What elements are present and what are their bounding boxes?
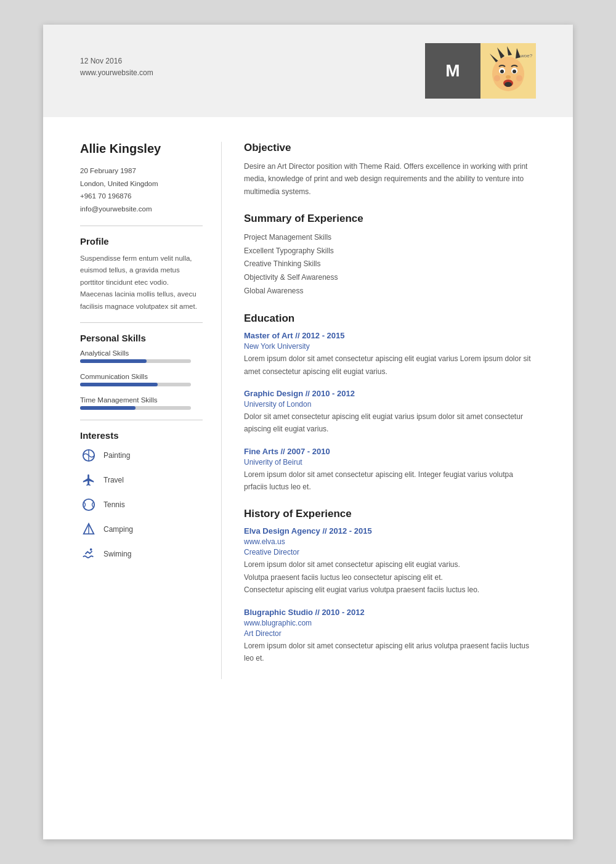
objective-section: Objective Desire an Art Director positio…	[244, 142, 536, 198]
skill-bar-fill-time	[80, 406, 136, 410]
history-title: History of Experience	[244, 508, 536, 520]
interest-swimming: Swiming	[80, 545, 203, 563]
name-section: Allie Kingsley 20 February 1987 London, …	[80, 142, 203, 216]
profile-section: Profile Suspendisse ferm entum velit nul…	[80, 236, 203, 313]
exp-role-1: Creative Director	[244, 548, 536, 556]
summary-item-4: Objectivity & Self Awareness	[244, 271, 536, 285]
summary-item-2: Excellent Typography Skills	[244, 245, 536, 258]
svg-marker-3	[490, 54, 498, 62]
svg-point-13	[516, 75, 522, 81]
header-website: www.yourwebsite.com	[80, 67, 153, 79]
edu-school-3: Univerity of Beirut	[244, 458, 536, 467]
objective-text: Desire an Art Director position with The…	[244, 160, 536, 198]
summary-section: Summary of Experience Project Management…	[244, 213, 536, 298]
contact-info: 20 February 1987 London, United Kingdom …	[80, 165, 203, 216]
svg-marker-1	[507, 46, 512, 55]
skills-title: Personal Skills	[80, 333, 203, 343]
summary-item-5: Global Awareness	[244, 285, 536, 298]
skill-name-communication: Communication Skills	[80, 373, 203, 380]
svg-point-12	[494, 75, 500, 81]
svg-point-11	[505, 82, 512, 87]
divider-3	[80, 420, 203, 420]
skill-bar-fill-communication	[80, 383, 158, 386]
interest-label-painting: Painting	[103, 451, 130, 460]
exp-company-1: www.elva.us	[244, 537, 536, 546]
edu-school-1: New York University	[244, 342, 536, 351]
edu-desc-3: Lorem ipsum dolor sit amet consectetur a…	[244, 468, 536, 494]
interests-section: Interests Painting Travel	[80, 430, 203, 563]
dob: 20 February 1987	[80, 165, 203, 177]
edu-school-2: University of London	[244, 400, 536, 409]
interest-label-camping: Camping	[103, 525, 133, 534]
svg-point-20	[90, 548, 92, 551]
interest-label-tennis: Tennis	[103, 500, 125, 509]
interests-title: Interests	[80, 430, 203, 441]
camping-icon	[80, 521, 97, 538]
header-avatars: M	[425, 43, 536, 99]
profile-title: Profile	[80, 236, 203, 247]
svg-point-7	[500, 70, 504, 73]
avatar-letter: M	[445, 61, 460, 81]
svg-text:woe?!: woe?!	[520, 53, 533, 59]
divider-1	[80, 226, 203, 226]
svg-point-9	[506, 75, 511, 79]
email: info@yourwebsite.com	[80, 203, 203, 216]
left-column: Allie Kingsley 20 February 1987 London, …	[80, 142, 222, 679]
exp-company-2: www.blugraphic.com	[244, 619, 536, 627]
edu-entry-3: Fine Arts // 2007 - 2010 Univerity of Be…	[244, 447, 536, 494]
phone: +961 70 196876	[80, 190, 203, 203]
edu-entry-2: Graphic Design // 2010 - 2012 University…	[244, 389, 536, 436]
svg-marker-2	[516, 48, 521, 59]
resume-page: 12 Nov 2016 www.yourwebsite.com M	[43, 25, 573, 839]
header-date: 12 Nov 2016	[80, 55, 153, 67]
history-section: History of Experience Elva Design Agency…	[244, 508, 536, 664]
edu-desc-1: Lorem ipsum dolor sit amet consectetur a…	[244, 353, 536, 378]
skill-analytical: Analytical Skills	[80, 349, 203, 363]
header: 12 Nov 2016 www.yourwebsite.com M	[43, 25, 573, 117]
cartoon-svg: woe?!	[484, 46, 533, 96]
profile-text: Suspendisse ferm entum velit nulla, euis…	[80, 253, 203, 313]
interest-label-travel: Travel	[103, 476, 124, 484]
summary-item-3: Creative Thinking Skills	[244, 258, 536, 271]
education-section: Education Master of Art // 2012 - 2015 N…	[244, 312, 536, 493]
interest-travel: Travel	[80, 471, 203, 489]
travel-icon	[80, 471, 97, 489]
summary-list: Project Management Skills Excellent Typo…	[244, 231, 536, 298]
right-column: Objective Desire an Art Director positio…	[222, 142, 536, 679]
svg-marker-0	[497, 47, 505, 59]
summary-item-1: Project Management Skills	[244, 231, 536, 245]
education-title: Education	[244, 312, 536, 325]
skill-bar-bg-communication	[80, 383, 191, 386]
edu-title-1: Master of Art // 2012 - 2015	[244, 331, 536, 340]
skill-name-analytical: Analytical Skills	[80, 349, 203, 357]
exp-entry-2: Blugraphic Studio // 2010 - 2012 www.blu…	[244, 608, 536, 665]
avatar-cartoon: woe?!	[480, 43, 536, 99]
location: London, United Kingdom	[80, 177, 203, 190]
edu-entry-1: Master of Art // 2012 - 2015 New York Un…	[244, 331, 536, 378]
skill-time: Time Management Skills	[80, 396, 203, 410]
objective-title: Objective	[244, 142, 536, 154]
exp-title-1: Elva Design Agency // 2012 - 2015	[244, 526, 536, 536]
skills-section: Personal Skills Analytical Skills Commun…	[80, 333, 203, 410]
tennis-icon	[80, 496, 97, 513]
divider-2	[80, 322, 203, 323]
skill-bar-fill-analytical	[80, 359, 147, 363]
exp-desc-2: Lorem ipsum dolor sit amet consectetur a…	[244, 640, 536, 665]
svg-point-17	[83, 499, 94, 510]
interest-label-swimming: Swiming	[103, 550, 131, 558]
full-name: Allie Kingsley	[80, 142, 203, 156]
exp-role-2: Art Director	[244, 629, 536, 638]
edu-title-3: Fine Arts // 2007 - 2010	[244, 447, 536, 456]
summary-title: Summary of Experience	[244, 213, 536, 225]
swimming-icon	[80, 545, 97, 563]
main-content: Allie Kingsley 20 February 1987 London, …	[43, 117, 573, 704]
edu-desc-2: Dolor sit amet consectetur apiscing elit…	[244, 410, 536, 436]
edu-title-2: Graphic Design // 2010 - 2012	[244, 389, 536, 398]
exp-title-2: Blugraphic Studio // 2010 - 2012	[244, 608, 536, 617]
header-info: 12 Nov 2016 www.yourwebsite.com	[80, 43, 153, 79]
interest-painting: Painting	[80, 447, 203, 464]
painting-icon	[80, 447, 97, 464]
skill-communication: Communication Skills	[80, 373, 203, 386]
avatar-grey: M	[425, 43, 480, 99]
skill-bar-bg-time	[80, 406, 191, 410]
